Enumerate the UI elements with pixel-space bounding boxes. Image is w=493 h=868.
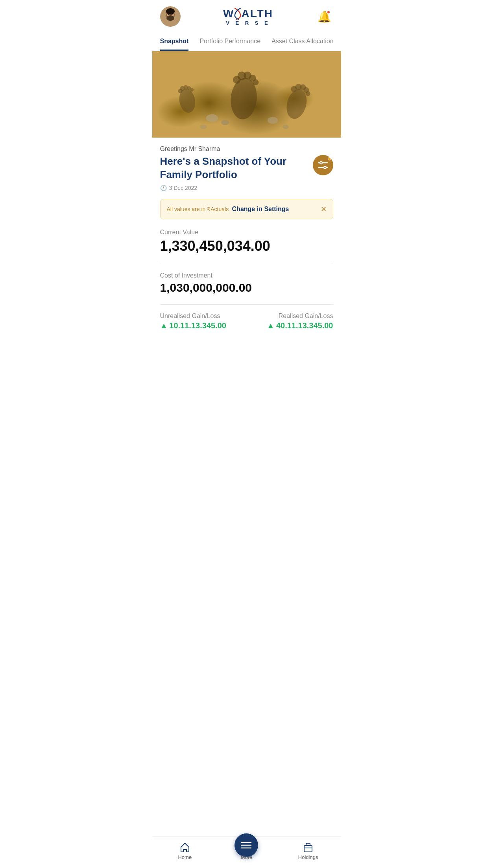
svg-point-5	[168, 14, 169, 15]
nav-more-button[interactable]	[234, 833, 258, 857]
avatar[interactable]	[160, 6, 181, 27]
home-icon	[179, 842, 190, 853]
unrealised-arrow: ▲	[160, 321, 168, 330]
header: W ALTH V E R S E 🔔	[152, 0, 341, 33]
unrealised-label: Unrealised Gain/Loss	[160, 313, 244, 320]
divider-1	[160, 264, 333, 264]
current-value-section: Current Value 1,330,450,034.00	[160, 229, 333, 254]
nav-holdings-label: Holdings	[298, 854, 318, 860]
change-settings-link[interactable]: Change in Settings	[232, 206, 289, 212]
bottom-navigation: Home Holdings	[152, 837, 341, 868]
main-content: Greetings Mr Sharma Here's a Snapshot of…	[152, 138, 341, 370]
hero-banner	[152, 51, 341, 138]
greeting-text: Greetings Mr Sharma	[160, 145, 333, 153]
divider-2	[160, 304, 333, 305]
banner-content: All values are in ₹Actuals Change in Set…	[167, 206, 289, 213]
svg-point-4	[166, 8, 175, 15]
headline-row: Here's a Snapshot of Your Family Portfol…	[160, 155, 333, 182]
current-value: 1,330,450,034.00	[160, 237, 333, 254]
realised-label: Realised Gain/Loss	[250, 313, 333, 320]
headline: Here's a Snapshot of Your Family Portfol…	[160, 155, 307, 182]
notification-bell[interactable]: 🔔	[316, 8, 333, 25]
cost-label: Cost of Investment	[160, 272, 333, 279]
filter-active-dot	[328, 157, 331, 160]
nav-holdings[interactable]: Holdings	[292, 842, 324, 860]
svg-point-28	[267, 117, 277, 124]
tab-portfolio-performance[interactable]: Portfolio Performance	[199, 33, 260, 51]
svg-point-6	[171, 14, 172, 15]
tab-asset-class-allocation[interactable]: Asset Class Allocation	[271, 33, 333, 51]
date-row: 🕐 3 Dec 2022	[160, 185, 333, 191]
svg-rect-37	[304, 846, 312, 852]
nav-home[interactable]: Home	[169, 842, 201, 860]
current-value-label: Current Value	[160, 229, 333, 236]
unrealised-section: Unrealised Gain/Loss ▲ 10.11.13.345.00	[160, 313, 244, 330]
svg-point-26	[221, 120, 229, 125]
svg-point-3	[166, 15, 174, 21]
holdings-icon	[303, 842, 314, 853]
cost-section: Cost of Investment 1,030,000,000.00	[160, 272, 333, 295]
svg-point-25	[206, 114, 218, 122]
menu-icon	[241, 841, 252, 850]
banner-text: All values are in ₹Actuals	[167, 206, 229, 212]
realised-arrow: ▲	[267, 321, 275, 330]
unrealised-value: ▲ 10.11.13.345.00	[160, 321, 244, 330]
logo: W ALTH V E R S E	[223, 7, 273, 26]
nav-home-label: Home	[178, 854, 192, 860]
realised-section: Realised Gain/Loss ▲ 40.11.13.345.00	[250, 313, 333, 330]
info-banner: All values are in ₹Actuals Change in Set…	[160, 199, 333, 219]
banner-close-button[interactable]: ✕	[321, 205, 327, 213]
realised-value: ▲ 40.11.13.345.00	[250, 321, 333, 330]
logo-subtitle: V E R S E	[226, 20, 270, 26]
filter-icon	[318, 161, 328, 169]
clock-icon: 🕐	[160, 185, 167, 191]
gains-section: Unrealised Gain/Loss ▲ 10.11.13.345.00 R…	[160, 313, 333, 330]
tab-snapshot[interactable]: Snapshot	[160, 33, 189, 51]
tab-navigation: Snapshot Portfolio Performance Asset Cla…	[152, 33, 341, 51]
svg-point-31	[320, 162, 322, 164]
svg-point-33	[324, 166, 326, 169]
date-text: 3 Dec 2022	[169, 185, 198, 191]
cost-value: 1,030,000,000.00	[160, 281, 333, 295]
svg-point-29	[283, 125, 288, 129]
filter-button[interactable]	[313, 155, 333, 175]
svg-point-27	[200, 125, 207, 129]
